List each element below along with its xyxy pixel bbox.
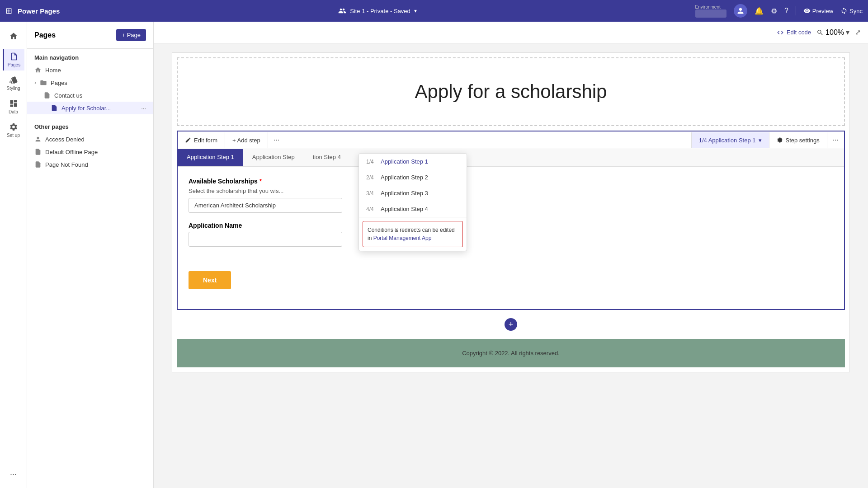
form-more-button[interactable]: ···: [268, 131, 285, 149]
nav-pages[interactable]: Pages: [3, 49, 24, 70]
dropdown-item-4[interactable]: 4/4 Application Step 4: [359, 201, 467, 217]
topbar-divider: [796, 6, 796, 15]
page-hero: Apply for a scholarship: [177, 57, 845, 126]
step-num-1: 1/4: [366, 159, 377, 165]
step-more-button[interactable]: ···: [827, 131, 844, 149]
sync-label: Sync: [849, 8, 863, 14]
step-tabs: Application Step 1 Application Step tion…: [178, 149, 844, 167]
form-body: Available Scholarships * Select the scho…: [178, 167, 844, 267]
dropdown-divider: [359, 217, 467, 217]
add-step-label: + Add step: [232, 137, 260, 144]
not-found-label: Page Not Found: [45, 161, 88, 168]
add-page-button[interactable]: + Page: [116, 29, 146, 41]
preview-button[interactable]: Preview: [803, 7, 833, 14]
nav-setup-label: Set up: [7, 133, 20, 138]
page-canvas: Apply for a scholarship Edit form + Add …: [172, 52, 850, 372]
sidebar-item-access-denied[interactable]: Access Denied: [27, 133, 153, 145]
notification-icon[interactable]: 🔔: [755, 7, 764, 15]
sidebar-item-pages[interactable]: › Pages: [27, 76, 153, 89]
apply-more-icon[interactable]: ···: [141, 105, 146, 112]
app-name-field-group: Application Name: [189, 222, 833, 247]
user-avatar[interactable]: [734, 4, 747, 18]
step-selector-label: 1/4 Application Step 1: [699, 137, 756, 144]
sidebar-item-home[interactable]: Home: [27, 64, 153, 76]
dropdown-item-2[interactable]: 2/4 Application Step 2: [359, 169, 467, 185]
step-tab-2-label: Application Step: [252, 154, 295, 160]
step-label-3: Application Step 3: [381, 190, 428, 197]
nav-setup[interactable]: Set up: [3, 119, 24, 141]
main-nav-label: Main navigation: [27, 49, 153, 64]
form-footer: Next: [178, 267, 844, 309]
zoom-icon: [816, 29, 824, 36]
sidebar-apply-label: Apply for Scholar...: [61, 105, 111, 112]
expand-button[interactable]: ⤢: [855, 28, 861, 37]
add-step-button[interactable]: + Add step: [225, 132, 268, 148]
add-section-button[interactable]: +: [505, 318, 517, 331]
step-tab-1[interactable]: Application Step 1: [178, 149, 243, 166]
grid-icon[interactable]: ⊞: [5, 6, 12, 16]
nav-data[interactable]: Data: [3, 96, 24, 117]
secondary-bar: Edit code 100% ▾ ⤢: [154, 22, 868, 43]
scholarships-field-group: Available Scholarships * Select the scho…: [189, 178, 833, 213]
person-icon: [34, 136, 42, 143]
scholarships-hint: Select the scholarship that you wis...: [189, 188, 833, 194]
help-icon[interactable]: ?: [784, 7, 788, 15]
site-dropdown-icon[interactable]: ▾: [414, 8, 417, 14]
zoom-chevron[interactable]: ▾: [846, 28, 849, 37]
env-value: [695, 9, 726, 18]
step-tab-2[interactable]: Application Step: [243, 149, 304, 166]
form-toolbar: Edit form + Add step ··· 1/4 Application…: [178, 131, 844, 149]
step-label-2: Application Step 2: [381, 174, 428, 181]
step-label-1: Application Step 1: [381, 158, 428, 165]
more-icon[interactable]: ···: [10, 469, 17, 479]
sidebar-item-contact-us[interactable]: Contact us: [27, 89, 153, 102]
edit-code-button[interactable]: Edit code: [777, 29, 811, 36]
preview-label: Preview: [812, 8, 833, 14]
edit-form-label: Edit form: [194, 137, 217, 144]
sidebar-item-offline[interactable]: Default Offline Page: [27, 145, 153, 158]
sidebar-item-apply[interactable]: Apply for Scholar... ···: [27, 102, 153, 114]
active-page-icon: [51, 104, 58, 112]
step-tab-4[interactable]: tion Step 4: [304, 149, 350, 166]
zoom-controls[interactable]: 100% ▾: [816, 28, 849, 37]
pages-panel-title: Pages: [34, 31, 56, 39]
site-info[interactable]: Site 1 - Private - Saved: [350, 8, 410, 14]
other-pages-label: Other pages: [27, 118, 153, 133]
sync-icon: [840, 7, 848, 14]
dropdown-item-1[interactable]: 1/4 Application Step 1: [359, 154, 467, 169]
add-section-row: +: [172, 314, 849, 334]
step-num-3: 3/4: [366, 190, 377, 197]
step-num-2: 2/4: [366, 174, 377, 181]
form-section: Edit form + Add step ··· 1/4 Application…: [177, 131, 845, 310]
dropdown-item-3[interactable]: 3/4 Application Step 3: [359, 185, 467, 201]
preview-icon: [803, 7, 811, 14]
step-settings-label: Step settings: [786, 137, 820, 144]
nav-home[interactable]: [3, 25, 24, 47]
portal-management-link[interactable]: Portal Management App: [373, 235, 432, 241]
other-pages-section: Other pages Access Denied Default Offlin…: [27, 118, 153, 171]
step-selector-button[interactable]: 1/4 Application Step 1 ▾: [691, 132, 769, 148]
next-button[interactable]: Next: [189, 271, 231, 289]
page-title: Apply for a scholarship: [187, 81, 835, 103]
form-toolbar-right: 1/4 Application Step 1 ▾ Step settings ·…: [691, 131, 844, 149]
edit-form-icon: [185, 137, 191, 143]
environment-selector: Environment: [695, 5, 726, 18]
content-area: Edit code 100% ▾ ⤢ Apply for a scholarsh…: [154, 22, 868, 488]
not-found-page-icon: [34, 161, 42, 168]
step-label-4: Application Step 4: [381, 206, 428, 212]
edit-form-button[interactable]: Edit form: [178, 132, 225, 148]
sidebar-item-not-found[interactable]: Page Not Found: [27, 158, 153, 171]
sidebar-home-label: Home: [45, 67, 61, 74]
settings-icon[interactable]: ⚙: [771, 7, 777, 15]
icon-sidebar: Pages Styling Data Set up ···: [0, 22, 27, 488]
footer-text: Copyright © 2022. All rights reserved.: [462, 350, 560, 357]
sync-button[interactable]: Sync: [840, 7, 863, 14]
step-selector-chevron: ▾: [759, 137, 762, 144]
step-dropdown: 1/4 Application Step 1 2/4 Application S…: [359, 153, 467, 251]
topbar-center: Site 1 - Private - Saved ▾: [65, 7, 689, 15]
nav-styling[interactable]: Styling: [3, 72, 24, 94]
scholarships-input[interactable]: [189, 198, 342, 213]
step-settings-icon: [777, 137, 783, 143]
step-settings-button[interactable]: Step settings: [769, 132, 827, 148]
app-name-input[interactable]: [189, 232, 342, 247]
